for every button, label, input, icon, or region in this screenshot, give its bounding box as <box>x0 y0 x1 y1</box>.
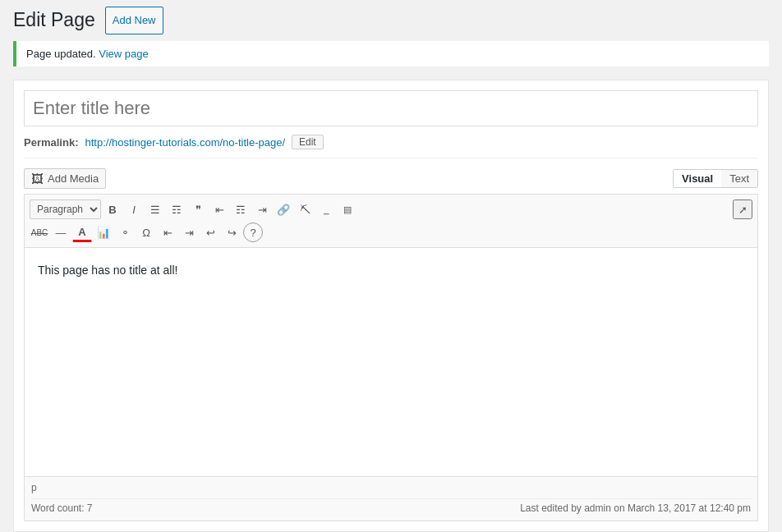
permalink-url[interactable]: http://hostinger-tutorials.com/no-title-… <box>85 136 285 149</box>
bold-button[interactable]: B <box>103 200 122 219</box>
undo-button[interactable]: ↩ <box>200 222 220 242</box>
toolbar-area: 🖼 Add Media Visual Text <box>24 168 758 189</box>
page-title: Edit Page <box>13 8 95 33</box>
editor-footer: p Word count: 7 Last edited by admin on … <box>24 477 758 521</box>
editor-paragraph: This page has no title at all! <box>38 261 744 279</box>
unordered-list-button[interactable]: ☰ <box>145 200 165 219</box>
special-char-button[interactable]: Ω <box>136 222 156 242</box>
insert-more-button[interactable]: ⎯ <box>316 200 336 219</box>
notice-text: Page updated. <box>26 48 99 60</box>
last-edited-text: Last edited by admin on March 13, 2017 a… <box>520 502 751 514</box>
add-media-button[interactable]: 🖼 Add Media <box>24 168 106 189</box>
view-page-link[interactable]: View page <box>99 48 148 60</box>
page-wrapper: Edit Page Add New Page updated. View pag… <box>0 0 782 532</box>
permalink-row: Permalink: http://hostinger-tutorials.co… <box>24 135 758 158</box>
hr-button[interactable]: — <box>51 222 71 242</box>
editor-content-area[interactable]: This page has no title at all! <box>24 247 758 477</box>
word-count-value: 7 <box>87 502 93 514</box>
paste-text-button[interactable]: 📊 <box>94 222 113 242</box>
path-indicator: p <box>31 480 751 495</box>
help-button[interactable]: ? <box>243 222 263 242</box>
strikethrough-button[interactable]: ABC <box>30 222 49 242</box>
blockquote-button[interactable]: ❞ <box>188 200 208 219</box>
add-media-label: Add Media <box>48 172 99 185</box>
editor-status-bar: Word count: 7 Last edited by admin on Ma… <box>31 498 751 517</box>
italic-button[interactable]: I <box>124 200 144 219</box>
page-header: Edit Page Add New <box>13 7 769 34</box>
editor-toolbar: Paragraph Heading 1 Heading 2 Heading 3 … <box>24 194 758 247</box>
indent-less-button[interactable]: ⇤ <box>158 222 177 242</box>
fullscreen-button[interactable]: ➚ <box>733 200 752 219</box>
align-right-button[interactable]: ⇥ <box>252 200 272 219</box>
indent-more-button[interactable]: ⇥ <box>179 222 199 242</box>
add-media-icon: 🖼 <box>31 172 44 186</box>
align-left-button[interactable]: ⇤ <box>209 200 229 219</box>
notice-bar: Page updated. View page <box>13 41 769 66</box>
word-count: Word count: 7 <box>31 502 93 514</box>
toolbar-toggle-button[interactable]: ▤ <box>338 200 357 219</box>
permalink-label: Permalink: <box>24 136 78 149</box>
view-tabs: Visual Text <box>673 169 758 188</box>
unlink-button[interactable]: ⛏ <box>295 200 315 219</box>
title-input[interactable] <box>24 90 758 126</box>
add-new-button[interactable]: Add New <box>105 7 163 34</box>
toolbar-row-1: Paragraph Heading 1 Heading 2 Heading 3 … <box>30 198 752 221</box>
permalink-edit-button[interactable]: Edit <box>292 135 324 149</box>
tab-visual[interactable]: Visual <box>674 170 721 187</box>
format-select[interactable]: Paragraph Heading 1 Heading 2 Heading 3 … <box>30 200 101 219</box>
tab-text[interactable]: Text <box>721 170 757 187</box>
align-center-button[interactable]: ☶ <box>231 200 251 219</box>
ordered-list-button[interactable]: ☶ <box>167 200 186 219</box>
toolbar-row-2: ABC — A 📊 ⚬ Ω ⇤ ⇥ ↩ ↪ ? <box>30 221 752 244</box>
link-button[interactable]: 🔗 <box>274 200 293 219</box>
text-color-button[interactable]: A <box>72 222 92 242</box>
word-count-label: Word count: <box>31 502 84 514</box>
editor-container: Permalink: http://hostinger-tutorials.co… <box>13 80 769 532</box>
redo-button[interactable]: ↪ <box>222 222 242 242</box>
clear-formatting-button[interactable]: ⚬ <box>115 222 135 242</box>
